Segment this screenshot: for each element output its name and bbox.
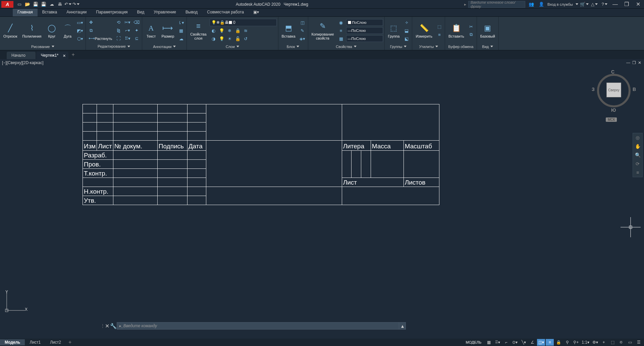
anno-monitor-icon[interactable]: + — [600, 339, 608, 346]
tab-collaborate[interactable]: Совместная работа — [202, 9, 249, 16]
viewcube-west[interactable]: З — [592, 87, 595, 92]
drawing-canvas[interactable]: [−][Сверху][2D-каркас] — ❐ ✕ С З В Ю Све… — [0, 59, 644, 331]
help-icon[interactable]: ? — [601, 1, 608, 8]
lineweight-combo[interactable]: — ПоСлою — [346, 27, 383, 34]
vp-max-icon[interactable]: ❐ — [632, 60, 636, 65]
lwt-icon[interactable]: ≡ — [546, 339, 554, 346]
measure-button[interactable]: 📏Измерить — [414, 17, 434, 44]
panel-props-label[interactable]: Свойства — [310, 44, 383, 49]
workspace-icon[interactable]: ⚙▾ — [591, 339, 599, 346]
linetype-combo[interactable]: — ПоСлою — [346, 35, 383, 42]
arc-button[interactable]: ⌒Дуга — [60, 17, 75, 44]
layout-l2[interactable]: Лист2 — [45, 339, 66, 345]
isolate-icon[interactable]: ⬚ — [608, 339, 616, 346]
polar-icon[interactable]: ⊙▾ — [511, 339, 519, 346]
polyline-button[interactable]: ⌇Полилиния — [20, 17, 43, 44]
viewcube-east[interactable]: В — [633, 87, 636, 92]
layer-combo[interactable]: 💡❄🔒🖶 0 — [210, 19, 277, 26]
nav-wheel-icon[interactable]: ◎ — [633, 133, 642, 142]
cloud-icon[interactable]: ☁ — [177, 35, 185, 42]
rect-icon[interactable]: ▭▾ — [76, 19, 84, 26]
viewcube[interactable]: С З В Ю Сверху МСК — [594, 69, 634, 123]
search-input[interactable]: Введите ключевое слово/фразу — [468, 1, 525, 8]
rotate-icon[interactable]: ⟲ — [114, 19, 122, 26]
layer-thaw-icon[interactable]: ☀ — [226, 35, 234, 42]
text-button[interactable]: AТекст — [144, 17, 158, 44]
add-tab-button[interactable]: + — [69, 50, 77, 59]
layer-match-icon[interactable]: ≋ — [242, 27, 250, 34]
tab-home[interactable]: Главная — [13, 9, 38, 16]
layer-lock-icon[interactable]: 🔒 — [234, 27, 242, 34]
explode-icon[interactable]: ✦ — [132, 27, 141, 34]
vp-min-icon[interactable]: — — [626, 60, 630, 65]
edit-block-icon[interactable]: ✎ — [299, 27, 307, 34]
annoscale-icon[interactable]: 🔒 — [554, 339, 562, 346]
qat-open-icon[interactable]: 📂 — [24, 1, 31, 8]
copy-clip-icon[interactable]: ⧉ — [467, 31, 475, 38]
anno-vis-icon[interactable]: ⚲ — [563, 339, 571, 346]
hardware-icon[interactable]: ⛭ — [617, 339, 625, 346]
qat-redo-icon[interactable]: ↷ — [72, 1, 79, 8]
nav-show-icon[interactable]: ≡ — [633, 168, 642, 177]
tab-start[interactable]: Начало — [7, 52, 36, 59]
create-block-icon[interactable]: ◫ — [299, 19, 307, 26]
tab-annotate[interactable]: Аннотации — [62, 9, 91, 16]
cut-icon[interactable]: ✂ — [467, 23, 475, 30]
tab-featured-icon[interactable]: ▣▾ — [249, 9, 264, 16]
cmd-close-icon[interactable]: ✕ — [104, 323, 110, 329]
paste-button[interactable]: 📋Вставить — [446, 17, 466, 44]
layer-iso-icon[interactable]: ◐ — [210, 27, 218, 34]
lineweight-icon[interactable]: ≡ — [337, 27, 345, 34]
clean-icon[interactable]: ▭ — [626, 339, 634, 346]
layer-off-icon[interactable]: 💡 — [218, 27, 226, 34]
layout-l1[interactable]: Лист1 — [25, 339, 45, 345]
custom-icon[interactable]: ☰ — [635, 339, 643, 346]
cmd-handle-icon[interactable]: ⋮ — [101, 324, 104, 328]
color-combo[interactable]: ПоСлою — [346, 19, 383, 26]
snap-icon[interactable]: ⠿▾ — [493, 339, 501, 346]
panel-modify-label[interactable]: Редактирование — [87, 43, 141, 49]
otrack-icon[interactable]: ∠ — [528, 339, 536, 346]
viewcube-face[interactable]: Сверху — [606, 83, 621, 97]
panel-utils-label[interactable]: Утилиты — [414, 44, 443, 49]
panel-annot-label[interactable]: Аннотации — [144, 44, 185, 49]
offset-icon[interactable]: ⊆ — [132, 35, 141, 42]
anno-auto-icon[interactable]: ⚲+ — [572, 339, 580, 346]
layer-props-button[interactable]: ≡Свойства слоя — [188, 17, 208, 44]
panel-layers-label[interactable]: Слои — [188, 44, 276, 49]
qat-web-icon[interactable]: ☁ — [48, 1, 55, 8]
minimize-button[interactable]: — — [610, 1, 620, 8]
tab-output[interactable]: Вывод — [181, 9, 202, 16]
leader-icon[interactable]: ⤹▾ — [177, 19, 185, 26]
table-icon[interactable]: ▦ — [177, 27, 185, 34]
cmd-config-icon[interactable]: 🔧 — [110, 323, 117, 329]
qat-undo-icon[interactable]: ↶ — [64, 1, 71, 8]
user-icon[interactable]: 👤 — [538, 1, 545, 8]
base-view-button[interactable]: ▣Базовый — [478, 17, 497, 44]
app-logo[interactable]: A — [1, 1, 13, 8]
viewport-label[interactable]: [−][Сверху][2D-каркас] — [2, 60, 44, 65]
count-icon[interactable]: ≡ — [435, 31, 443, 38]
more-draw-icon[interactable]: ⬡▾ — [76, 35, 84, 42]
layout-add-button[interactable]: + — [66, 339, 74, 346]
viewcube-north[interactable]: С — [611, 69, 614, 75]
insert-button[interactable]: ⬒Вставка — [280, 17, 298, 44]
stretch-button[interactable]: ⟷ Растянуть — [87, 35, 114, 42]
matchprop-button[interactable]: ✎Копирование свойств — [310, 17, 336, 44]
tab-insert[interactable]: Вставка — [38, 9, 62, 16]
hatch-icon[interactable]: ◩▾ — [76, 27, 84, 34]
mirror-icon[interactable]: ⧎ — [114, 27, 122, 34]
qat-new-icon[interactable]: ▭ — [16, 1, 23, 8]
ungroup-icon[interactable]: ✧ — [402, 19, 411, 26]
fillet-icon[interactable]: ⌐▾ — [123, 27, 131, 34]
panel-view-label[interactable]: Вид — [478, 44, 497, 49]
close-button[interactable]: ✕ — [633, 1, 643, 8]
panel-draw-label[interactable]: Рисование — [1, 44, 84, 49]
layer-prev-icon[interactable]: ↺ — [242, 35, 250, 42]
group-edit-icon[interactable]: ⬓ — [402, 27, 411, 34]
group-button[interactable]: ⬚Группа — [386, 17, 402, 44]
tab-drawing[interactable]: Чертеж1*✕ — [36, 52, 68, 59]
restore-button[interactable]: ❐ — [622, 1, 631, 8]
status-model-label[interactable]: МОДЕЛЬ — [463, 340, 484, 344]
color-wheel-icon[interactable]: ◉ — [337, 19, 345, 26]
